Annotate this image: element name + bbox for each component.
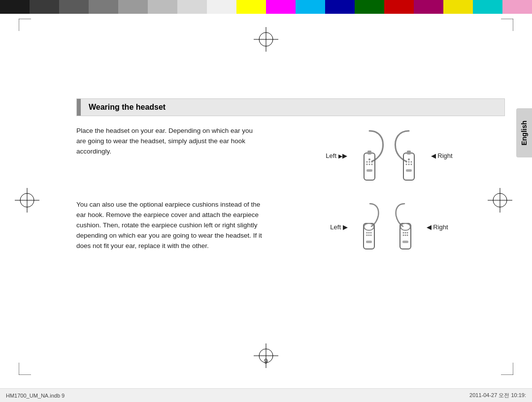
svg-rect-28 <box>367 151 371 155</box>
svg-point-22 <box>366 161 367 163</box>
svg-point-46 <box>368 235 369 236</box>
label-left-2: Left ▶ <box>330 223 347 231</box>
svg-point-26 <box>368 164 370 165</box>
swatch-red <box>384 0 414 14</box>
color-bar <box>0 0 532 14</box>
svg-point-54 <box>402 235 404 236</box>
headset-left-2 <box>353 200 385 254</box>
footer-right-text: 2011-04-27 오전 10:19: <box>469 392 526 399</box>
swatch-pink <box>502 0 532 14</box>
svg-rect-49 <box>400 223 411 249</box>
image-column-1: Left ▶▶ <box>273 126 505 185</box>
swatch-blue <box>325 0 355 14</box>
svg-point-31 <box>408 158 410 160</box>
svg-rect-30 <box>403 153 414 180</box>
swatch-cyan <box>296 0 325 14</box>
svg-point-36 <box>408 164 409 165</box>
image-column-2: Left ▶ <box>273 200 505 254</box>
swatch-light-gray1 <box>148 0 177 14</box>
footer-left-text: HM1700_UM_NA.indb 9 <box>6 393 65 399</box>
svg-point-56 <box>406 235 408 236</box>
page-number: 9 <box>0 357 532 365</box>
svg-rect-29 <box>366 169 372 172</box>
svg-point-43 <box>368 232 369 234</box>
english-tab-label: English <box>520 121 528 146</box>
svg-point-51 <box>402 232 404 234</box>
swatch-light-yellow <box>443 0 473 14</box>
svg-point-52 <box>404 232 406 234</box>
reg-mark-left <box>15 188 39 215</box>
section-header: Wearing the headset <box>76 98 505 116</box>
svg-point-21 <box>368 158 370 160</box>
svg-point-34 <box>410 161 412 163</box>
text-paragraph-1: Place the headset on your ear. Depending… <box>76 126 264 185</box>
svg-rect-57 <box>402 241 408 243</box>
swatch-black <box>0 0 30 14</box>
section-header-bar <box>77 99 81 116</box>
svg-point-42 <box>366 232 367 234</box>
swatch-light-gray2 <box>177 0 207 14</box>
svg-point-47 <box>370 235 371 236</box>
swatch-white <box>207 0 236 14</box>
headset-right-1 <box>392 126 426 185</box>
swatch-teal <box>473 0 502 14</box>
swatch-mid-gray3 <box>118 0 148 14</box>
svg-point-37 <box>410 164 412 165</box>
paragraph-2-text: You can also use the optional earpiece c… <box>76 200 264 251</box>
swatch-dark-red <box>414 0 443 14</box>
reg-mark-top-center <box>254 27 278 54</box>
svg-rect-39 <box>406 169 412 172</box>
text-paragraph-2: You can also use the optional earpiece c… <box>76 200 264 254</box>
svg-point-50 <box>400 223 410 230</box>
svg-point-33 <box>408 161 409 163</box>
section-title: Wearing the headset <box>81 99 504 116</box>
main-content: Wearing the headset Place the headset on… <box>76 98 505 269</box>
swatch-magenta <box>266 0 296 14</box>
headset-row-2: Left ▶ <box>273 200 505 254</box>
svg-point-55 <box>404 235 406 236</box>
corner-mark-top-left <box>19 19 48 48</box>
svg-point-27 <box>371 164 372 165</box>
label-left-1: Left ▶▶ <box>326 152 347 159</box>
svg-point-23 <box>368 161 370 163</box>
svg-rect-38 <box>407 151 411 155</box>
svg-point-25 <box>366 164 367 165</box>
reg-mark-bottom-center <box>254 343 278 370</box>
svg-point-45 <box>366 235 367 236</box>
content-row-1: Place the headset on your ear. Depending… <box>76 126 505 185</box>
swatch-mid-gray1 <box>59 0 89 14</box>
swatch-yellow <box>236 0 266 14</box>
headset-right-2 <box>390 200 422 254</box>
corner-mark-top-right <box>484 19 513 48</box>
label-right-2: ◀ Right <box>427 223 448 231</box>
headset-left-1 <box>352 126 387 185</box>
svg-rect-20 <box>364 153 375 180</box>
label-right-1: ◀ Right <box>431 152 453 159</box>
swatch-dark-gray <box>30 0 59 14</box>
svg-rect-40 <box>364 223 374 249</box>
svg-point-53 <box>406 232 408 234</box>
paragraph-1-text: Place the headset on your ear. Depending… <box>76 126 264 157</box>
swatch-mid-gray2 <box>89 0 118 14</box>
swatch-green <box>355 0 384 14</box>
content-row-2: You can also use the optional earpiece c… <box>76 200 505 254</box>
english-tab: English <box>516 108 532 157</box>
bottom-bar: HM1700_UM_NA.indb 9 2011-04-27 오전 10:19: <box>0 388 532 402</box>
svg-point-44 <box>370 232 371 234</box>
svg-point-35 <box>405 164 407 165</box>
svg-point-24 <box>371 161 372 163</box>
svg-point-32 <box>405 161 407 163</box>
svg-point-41 <box>364 223 374 230</box>
headset-row-1: Left ▶▶ <box>273 126 505 185</box>
svg-rect-48 <box>366 241 372 243</box>
